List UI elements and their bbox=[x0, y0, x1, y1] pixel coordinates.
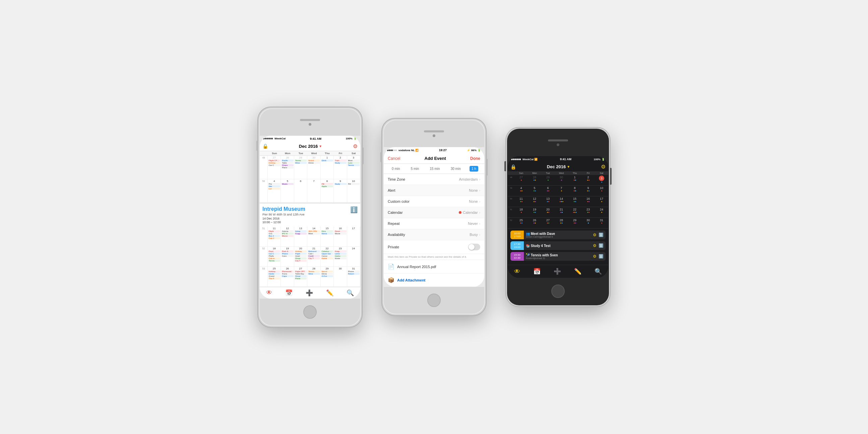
dark-cal-header: 🔒 Dec 2016 ▼ ⚙ bbox=[508, 162, 608, 171]
status-bar-3: WeekCal 📶 9:41 AM 100% 🔋 bbox=[508, 156, 608, 162]
cancel-button[interactable]: Cancel bbox=[388, 156, 400, 161]
timezone-row[interactable]: Time Zone Amsterdam › bbox=[384, 174, 484, 185]
repeat-row[interactable]: Repeat Never › bbox=[384, 218, 484, 229]
status-bar-2: vodafone NL 📶 19:27 ⚡ 86% 🔋 bbox=[384, 147, 484, 153]
file-icon: 📄 bbox=[388, 264, 395, 270]
timezone-label: Time Zone bbox=[388, 177, 405, 181]
tab-add[interactable]: ➕ bbox=[306, 289, 313, 297]
dark-tab-calendar[interactable]: 📅 bbox=[533, 268, 540, 275]
reminder-30min[interactable]: 30 min bbox=[449, 166, 463, 172]
scene: WeekCal 9:41 AM 100% 🔋 🔒 Dec 2016 bbox=[245, 94, 623, 341]
dark-gear-icon[interactable]: ⚙ bbox=[601, 163, 606, 170]
event-gear-2[interactable]: ⚙ bbox=[593, 243, 596, 248]
table-row: 50 4 Pre Mei Lur 5 Meets bbox=[260, 179, 360, 203]
event-time-block-3: 19:30 22:30 bbox=[510, 252, 524, 261]
custom-color-chevron: › bbox=[479, 200, 480, 204]
add-event-title: Add Event bbox=[425, 156, 446, 161]
dark-cal-title[interactable]: Dec 2016 ▼ bbox=[547, 164, 570, 169]
event-detail: Intrepid Museum Pier 86 W 46th St and 12… bbox=[260, 203, 360, 226]
custom-color-value: None › bbox=[469, 199, 480, 204]
info-icon[interactable]: ℹ️ bbox=[350, 206, 358, 214]
event-info-2[interactable]: ℹ️ bbox=[598, 243, 603, 248]
bt-icon: ⚡ bbox=[467, 149, 470, 152]
event-name-3: 🎾 Tennis with Sven bbox=[526, 253, 558, 257]
reminder-1h[interactable]: 1 h bbox=[469, 166, 478, 172]
weekday-header-1: Sun Mon Tue Wed Thu Fri Sat bbox=[260, 151, 360, 156]
cal-header-1: 🔒 Dec 2016 ▼ ⚙ bbox=[260, 142, 360, 151]
repeat-label: Repeat bbox=[388, 221, 400, 225]
front-camera-3 bbox=[557, 144, 559, 146]
repeat-value: Never › bbox=[468, 221, 480, 225]
availability-row[interactable]: Availability Busy › bbox=[384, 229, 484, 240]
event-sub-1: Simon Carmiggeiltstraat 6 bbox=[526, 236, 555, 238]
private-label: Private bbox=[388, 245, 399, 249]
tab-edit[interactable]: ✏️ bbox=[326, 289, 334, 297]
gear-icon-1[interactable]: ⚙ bbox=[353, 143, 358, 150]
dark-tab-add[interactable]: ➕ bbox=[554, 268, 561, 275]
front-camera bbox=[309, 123, 311, 126]
event-sub-3: Kinderdijkstraat 31 bbox=[526, 257, 558, 259]
timezone-value: Amsterdam › bbox=[459, 177, 480, 181]
wifi-icon-2: 📶 bbox=[415, 149, 418, 152]
tab-search[interactable]: 🔍 bbox=[346, 289, 354, 297]
alert-value: None › bbox=[469, 188, 480, 192]
event-info-3[interactable]: ℹ️ bbox=[598, 254, 603, 259]
time-label-2: 19:27 bbox=[439, 149, 447, 152]
event-info-1[interactable]: ℹ️ bbox=[598, 232, 603, 237]
private-row[interactable]: Private bbox=[384, 240, 484, 254]
phone-speaker-3 bbox=[548, 140, 568, 142]
dark-tab-search[interactable]: 🔍 bbox=[594, 268, 602, 275]
alert-row[interactable]: Alert None › bbox=[384, 185, 484, 196]
battery-label-2: 86% bbox=[471, 149, 476, 152]
tab-calendar[interactable]: 📅 bbox=[285, 289, 292, 297]
table-row: 48 27 28 29 30 1 2 3 bbox=[508, 175, 608, 186]
home-button-1[interactable] bbox=[303, 305, 317, 319]
repeat-chevron: › bbox=[479, 222, 480, 225]
add-attachment-row[interactable]: 📦 Add Attachment bbox=[384, 274, 484, 287]
list-item[interactable]: 19:30 22:30 🎾 Tennis with Sven Kinderdij… bbox=[510, 252, 606, 261]
cal-grid-1: 49 27 Flight CPT-AMS Holiday Car C 28 Pa… bbox=[260, 156, 360, 287]
home-button-2[interactable] bbox=[427, 293, 441, 307]
screen-1: WeekCal 9:41 AM 100% 🔋 🔒 Dec 2016 bbox=[260, 136, 360, 299]
dark-tab-edit[interactable]: ✏️ bbox=[574, 268, 582, 275]
dark-tab-bar: 👁 📅 ➕ ✏️ 🔍 bbox=[508, 265, 608, 278]
private-toggle[interactable] bbox=[468, 244, 480, 250]
status-bar-1: WeekCal 9:41 AM 100% 🔋 bbox=[260, 136, 360, 142]
time-label-1: 9:41 AM bbox=[310, 137, 321, 141]
phone-3: WeekCal 📶 9:41 AM 100% 🔋 🔒 Dec bbox=[506, 128, 610, 306]
list-item[interactable]: 10:00 17:00 👥 Meet with Dave Simon Carmi… bbox=[510, 230, 606, 239]
event-list: 10:00 17:00 👥 Meet with Dave Simon Carmi… bbox=[508, 228, 608, 265]
add-attachment-label: Add Attachment bbox=[397, 278, 426, 282]
attachment-file[interactable]: 📄 Annual Report 2015.pdf bbox=[384, 260, 484, 274]
dark-tab-eye[interactable]: 👁 bbox=[514, 268, 520, 275]
toggle-knob bbox=[468, 244, 474, 250]
time-label-3: 9:41 AM bbox=[560, 157, 571, 161]
alert-label: Alert bbox=[388, 188, 396, 192]
cal-title-1[interactable]: Dec 2016 ▼ bbox=[299, 144, 322, 149]
dark-lock-icon: 🔒 bbox=[510, 164, 516, 169]
reminder-5min[interactable]: 5 min bbox=[409, 166, 421, 172]
table-row: 50 11 12 13 14 15 16 17 bbox=[508, 196, 608, 207]
event-name-1: 👥 Meet with Dave bbox=[526, 232, 555, 236]
dark-weekday-header: Sun Mon Tue Wed Thu Fri Sat bbox=[508, 171, 608, 175]
event-end-2: 19:00 bbox=[513, 246, 522, 249]
done-button[interactable]: Done bbox=[470, 156, 480, 161]
event-start-2: 17:30 bbox=[513, 243, 522, 246]
list-item[interactable]: 17:30 19:00 📚 Study 4 Test ⚙ bbox=[510, 241, 606, 250]
calendar-label: Calendar bbox=[388, 211, 403, 215]
event-end-1: 17:00 bbox=[513, 235, 522, 238]
event-gear-1[interactable]: ⚙ bbox=[593, 232, 596, 237]
calendar-row[interactable]: Calendar Calendar › bbox=[384, 207, 484, 218]
reminder-15min[interactable]: 15 min bbox=[428, 166, 442, 172]
event-gear-3[interactable]: ⚙ bbox=[593, 254, 596, 259]
event-content-1: 👥 Meet with Dave Simon Carmiggeiltstraat… bbox=[524, 230, 606, 239]
table-row: 51 18 19 20 21 22 23 24 bbox=[508, 207, 608, 218]
timezone-chevron: › bbox=[479, 178, 480, 181]
carrier-label-3: WeekCal bbox=[523, 158, 533, 161]
custom-color-row[interactable]: Custom color None › bbox=[384, 196, 484, 207]
table-row: 49 4 5 6 7 8 9 10 bbox=[508, 186, 608, 196]
home-button-3[interactable] bbox=[551, 284, 565, 298]
tab-eye[interactable]: 👁 bbox=[266, 289, 272, 296]
reminder-0min[interactable]: 0 min bbox=[390, 166, 402, 172]
screen-3: WeekCal 📶 9:41 AM 100% 🔋 🔒 Dec bbox=[508, 156, 608, 278]
